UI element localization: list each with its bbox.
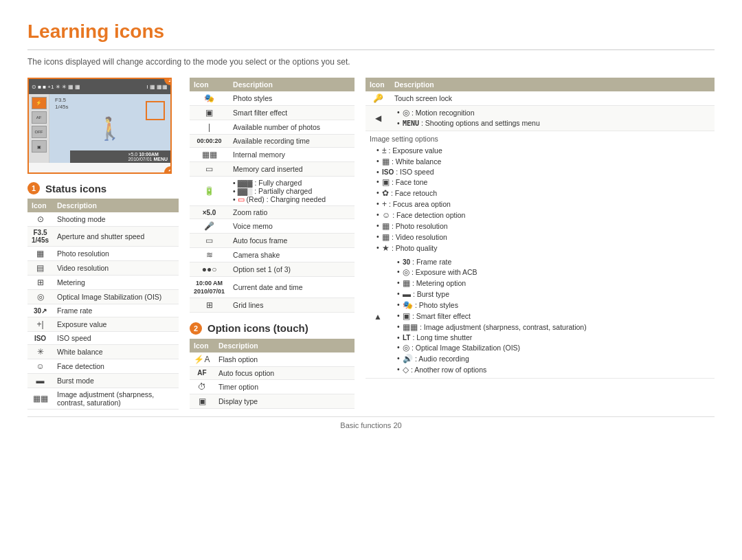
option-icons-title: Option icons (touch) [207, 322, 308, 334]
icon-num-photos: | [208, 122, 210, 132]
table-row: ≋ Camera shake [190, 248, 355, 262]
table-row: ⊞ Grid lines [190, 298, 355, 312]
image-setting-label: Image setting options [366, 133, 715, 144]
col-icon-1: Icon [27, 199, 53, 212]
col-desc-mid1: Description [229, 78, 355, 91]
icon-exposure: +| [36, 320, 43, 329]
section-number-2: 2 [190, 322, 202, 335]
icon-af-frame: ▭ [205, 236, 213, 245]
right-table-top: Icon Description 🔑 Touch screen lock ◀ ◎… [366, 78, 715, 131]
table-row: | Available number of photos [190, 120, 355, 135]
desc-zoom: Zoom ratio [229, 206, 355, 219]
table-row: ◎ Optical Image Stabilization (OIS) [27, 290, 179, 304]
badge-2: 2 [164, 166, 172, 174]
table-row: ▦ Photo resolution [27, 247, 179, 261]
desc-af-opt: Auto focus option [214, 366, 355, 379]
option-icons-table: Icon Description ⚡A Flash option AF Auto… [190, 339, 355, 409]
table-row: ⊙ Shooting mode [27, 212, 179, 227]
col-desc-right: Description [390, 78, 715, 91]
table-row: ⊞ Metering [27, 276, 179, 290]
desc-wb: White balance [53, 345, 179, 359]
table-row: ISO ISO speed [27, 332, 179, 345]
desc-iso: ISO speed [53, 332, 179, 345]
icon-grid: ⊞ [206, 300, 213, 310]
table-row: ◀ ◎ : Motion recognition MENU : Shooting… [366, 106, 715, 131]
right-table-bottom: ▲ 30 : Frame rate ◎ : Exposure with ACB … [366, 256, 715, 379]
icon-frame-rate: 30↗ [34, 307, 47, 315]
icon-smart-filter: ▣ [205, 108, 213, 117]
desc-rec-time: Available recording time [229, 135, 355, 148]
table-row: ▦▦ Internal memory [190, 148, 355, 162]
table-row: 🎤 Voice memo [190, 219, 355, 234]
col-desc-1: Description [53, 199, 179, 212]
table-row: 🔑 Touch screen lock [366, 91, 715, 106]
table-row: ▣ Display type [190, 394, 355, 408]
desc-face-detect: Face detection [53, 359, 179, 374]
icon-metering: ⊞ [37, 278, 44, 287]
table-row: 00:00:20 Available recording time [190, 135, 355, 148]
table-row: ☺ Face detection [27, 359, 179, 374]
image-setting-list: ± : Exposure value ▦ : White balance ISO… [366, 146, 715, 253]
right-column: Icon Description 🔑 Touch screen lock ◀ ◎… [366, 78, 715, 379]
table-row: 🎭 Photo styles [190, 91, 355, 106]
icon-display-opt: ▣ [199, 396, 206, 406]
col-icon-opt: Icon [190, 339, 214, 352]
desc-display-opt: Display type [214, 394, 355, 408]
icon-af-opt: AF [197, 369, 206, 377]
icon-voice: 🎤 [204, 221, 214, 231]
table-row: ▦▦ Image adjustment (sharpness, contrast… [27, 388, 179, 410]
table-row: ⚡A Flash option [190, 352, 355, 367]
icon-int-mem: ▦▦ [202, 150, 217, 159]
desc-touch-lock: Touch screen lock [390, 91, 715, 106]
desc-smart-filter: Smart filter effect [229, 106, 355, 120]
desc-voice: Voice memo [229, 219, 355, 234]
desc-video-res: Video resolution [53, 261, 179, 276]
table-row: 10:00 AM2010/07/01 Current date and time [190, 277, 355, 298]
icon-option-set: ●●○ [202, 265, 217, 274]
desc-flash-opt: Flash option [214, 352, 355, 367]
icon-flash-opt: ⚡A [194, 355, 210, 364]
icon-face-detect: ☺ [36, 361, 44, 371]
icon-shooting: ⊙ [37, 214, 44, 224]
col-desc-opt: Description [214, 339, 355, 352]
table-row: ●●○ Option set 1 (of 3) [190, 262, 355, 277]
icon-zoom: ×5.0 [203, 209, 216, 216]
table-row: ▣ Smart filter effect [190, 106, 355, 120]
icon-aperture: F3.51/45s [32, 229, 49, 244]
desc-motion-menu: ◎ : Motion recognition MENU : Shooting o… [390, 106, 715, 131]
table-row: ×5.0 Zoom ratio [190, 206, 355, 219]
icon-photo-res: ▦ [36, 249, 44, 258]
section-number-1: 1 [27, 182, 40, 194]
table-row: ▲ 30 : Frame rate ◎ : Exposure with ACB … [366, 256, 715, 379]
table-row: +| Exposure value [27, 317, 179, 332]
icon-mem-card: ▭ [205, 164, 213, 174]
table-row: AF Auto focus option [190, 366, 355, 379]
desc-img-adj: Image adjustment (sharpness, contrast, s… [53, 388, 179, 410]
icon-timer-opt: ⏱ [198, 382, 206, 392]
icon-iso: ISO [34, 335, 46, 342]
icon-ois: ◎ [37, 292, 44, 302]
desc-battery: • ▓▓▓ : Fully charged • ▓▓░ : Partially … [229, 177, 355, 206]
table-row: ▭ Auto focus frame [190, 234, 355, 248]
icon-touch-lock: 🔑 [373, 93, 383, 103]
table-row: ▤ Video resolution [27, 261, 179, 276]
icon-datetime: 10:00 AM2010/07/01 [194, 280, 225, 295]
desc-photo-res: Photo resolution [53, 247, 179, 261]
camera-diagram: ⊙ ■ ■ +1 ✳ ✳ ▦ ▦ I ▦ ▦▦ ⚡ AF OFF ▣ 🚶 F3.… [27, 78, 172, 174]
desc-timer-opt: Timer option [214, 379, 355, 394]
status-icons-title: Status icons [45, 183, 106, 194]
icon-img-adj: ▦▦ [33, 394, 48, 403]
icon-arrow-left: ◀ [375, 113, 381, 123]
icon-arrow-up: ▲ [374, 312, 382, 322]
desc-burst: Burst mode [53, 374, 179, 388]
left-column: ⊙ ■ ■ +1 ✳ ✳ ▦ ▦ I ▦ ▦▦ ⚡ AF OFF ▣ 🚶 F3.… [27, 78, 179, 410]
desc-exposure: Exposure value [53, 317, 179, 332]
desc-arrow-up: 30 : Frame rate ◎ : Exposure with ACB ▦ … [390, 256, 715, 379]
desc-int-mem: Internal memory [229, 148, 355, 162]
page-subtitle: The icons displayed will change accordin… [27, 57, 715, 67]
desc-mem-card: Memory card inserted [229, 162, 355, 177]
page-title: Learning icons [27, 21, 715, 50]
desc-num-photos: Available number of photos [229, 120, 355, 135]
footer: Basic functions 20 [27, 416, 715, 429]
table-row: 30↗ Frame rate [27, 304, 179, 317]
